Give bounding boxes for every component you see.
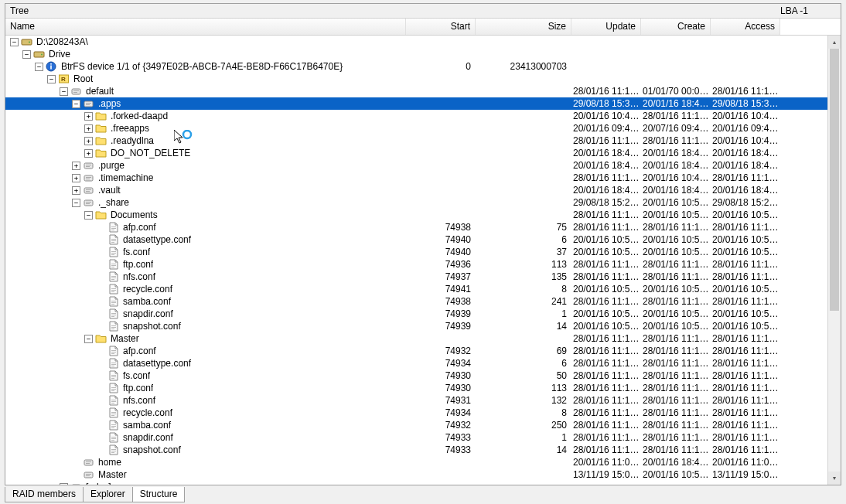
tree-row[interactable]: fs.conf749305028/01/16 11:12:...28/01/16…	[5, 369, 841, 382]
tree-row[interactable]: +[reloc]	[5, 481, 841, 485]
tree-row[interactable]: nfs.conf7493113228/01/16 11:12:...28/01/…	[5, 394, 841, 407]
tree-row-name-cell[interactable]: −D:\208243A\	[5, 36, 406, 48]
tree-row-name-cell[interactable]: +.freeapps	[5, 122, 406, 135]
collapse-icon[interactable]: −	[72, 100, 80, 108]
column-header-access[interactable]: Access	[711, 19, 780, 35]
tree-row-name-cell[interactable]: −Drive	[5, 48, 406, 60]
tree-row[interactable]: snapdir.conf74933128/01/16 11:11:...28/0…	[5, 431, 841, 444]
scroll-thumb[interactable]	[830, 49, 839, 311]
column-header-create[interactable]: Create	[641, 19, 711, 35]
expand-icon[interactable]: +	[84, 124, 93, 133]
tree-row[interactable]: datasettype.conf74940620/01/16 10:50:...…	[5, 233, 841, 246]
tree-row-name-cell[interactable]: snapshot.conf	[5, 444, 406, 456]
collapse-icon[interactable]: −	[35, 63, 43, 71]
expand-icon[interactable]: +	[60, 483, 68, 485]
tree-row[interactable]: −.apps29/08/18 15:30:...20/01/16 18:42:.…	[5, 97, 841, 110]
tree-row-name-cell[interactable]: ftp.conf	[5, 258, 406, 271]
tree-row-name-cell[interactable]: fs.conf	[5, 246, 406, 258]
tree-row[interactable]: −RRoot	[5, 73, 841, 85]
collapse-icon[interactable]: −	[84, 211, 93, 220]
collapse-icon[interactable]: −	[47, 75, 56, 83]
column-header-start[interactable]: Start	[406, 19, 476, 35]
tree-row[interactable]: +.purge20/01/16 18:42:...20/01/16 18:42:…	[5, 159, 841, 172]
tree-row-name-cell[interactable]: −BtrFS device 1/1 of {3497E02B-ABCB-7A4E…	[5, 60, 406, 73]
tree-row-name-cell[interactable]: datasettype.conf	[5, 357, 406, 369]
tree-row-name-cell[interactable]: ftp.conf	[5, 382, 406, 394]
tree-row-name-cell[interactable]: recycle.conf	[5, 407, 406, 419]
expand-icon[interactable]: +	[72, 174, 80, 182]
tree-row[interactable]: −Drive	[5, 48, 841, 60]
tree-row[interactable]: Master13/11/19 15:00:...20/01/16 10:50:.…	[5, 468, 841, 481]
expand-icon[interactable]: +	[72, 186, 80, 195]
tree-row-name-cell[interactable]: +DO_NOT_DELETE	[5, 147, 406, 159]
tree-row[interactable]: +DO_NOT_DELETE20/01/16 18:42:...20/01/16…	[5, 147, 841, 159]
tree-row-name-cell[interactable]: nfs.conf	[5, 394, 406, 407]
column-header-update[interactable]: Update	[571, 19, 641, 35]
tree-row-name-cell[interactable]: snapshot.conf	[5, 320, 406, 332]
tree-row[interactable]: −Documents28/01/16 11:10:...20/01/16 10:…	[5, 209, 841, 221]
tree-row[interactable]: afp.conf749387528/01/16 11:10:...28/01/1…	[5, 221, 841, 233]
scroll-up-button[interactable]: ▴	[828, 36, 841, 49]
tree-row-name-cell[interactable]: datasettype.conf	[5, 233, 406, 246]
tab-raid-members[interactable]: RAID members	[5, 487, 84, 502]
tree-row[interactable]: +.forked-daapd20/01/16 10:46:...28/01/16…	[5, 110, 841, 122]
tree-row[interactable]: datasettype.conf74934628/01/16 11:11:...…	[5, 357, 841, 369]
tree-row-name-cell[interactable]: nfs.conf	[5, 271, 406, 283]
tree-row-name-cell[interactable]: snapdir.conf	[5, 308, 406, 320]
scroll-track[interactable]	[828, 49, 841, 472]
tree-row[interactable]: afp.conf749326928/01/16 11:12:...28/01/1…	[5, 345, 841, 357]
tree-row-name-cell[interactable]: samba.conf	[5, 295, 406, 308]
tree-row[interactable]: −BtrFS device 1/1 of {3497E02B-ABCB-7A4E…	[5, 60, 841, 73]
collapse-icon[interactable]: −	[84, 335, 93, 343]
tree-row-name-cell[interactable]: recycle.conf	[5, 283, 406, 295]
expand-icon[interactable]: +	[84, 137, 93, 145]
tree-row[interactable]: −._share29/08/18 15:29:...20/01/16 10:50…	[5, 196, 841, 209]
tree-row[interactable]: fs.conf749403720/01/16 10:50:...20/01/16…	[5, 246, 841, 258]
tree-row[interactable]: +.timemachine28/01/16 11:12:...20/01/16 …	[5, 172, 841, 184]
tree-row[interactable]: snapshot.conf749331428/01/16 11:11:...28…	[5, 444, 841, 456]
tree-row-name-cell[interactable]: −.apps	[5, 97, 406, 110]
tree-row[interactable]: +.vault20/01/16 18:42:...20/01/16 18:42:…	[5, 184, 841, 196]
tree-row[interactable]: ftp.conf7493611328/01/16 11:10:...28/01/…	[5, 258, 841, 271]
tree-row-name-cell[interactable]: −default	[5, 85, 406, 97]
tree-row[interactable]: +.freeapps20/01/16 09:43:...20/07/16 09:…	[5, 122, 841, 135]
tree-row[interactable]: ftp.conf7493011328/01/16 11:12:...28/01/…	[5, 382, 841, 394]
tree-row-name-cell[interactable]: snapdir.conf	[5, 431, 406, 444]
tree-row-name-cell[interactable]: −._share	[5, 196, 406, 209]
tree-row[interactable]: −D:\208243A\	[5, 36, 841, 48]
collapse-icon[interactable]: −	[22, 50, 31, 59]
tree-row[interactable]: samba.conf7493225028/01/16 11:12:...28/0…	[5, 419, 841, 431]
tree-row-name-cell[interactable]: afp.conf	[5, 221, 406, 233]
expand-icon[interactable]: +	[72, 162, 80, 170]
tree-row-name-cell[interactable]: Master	[5, 468, 406, 481]
tree-row-name-cell[interactable]: fs.conf	[5, 369, 406, 382]
column-header-size[interactable]: Size	[476, 19, 571, 35]
tree-row-name-cell[interactable]: −RRoot	[5, 73, 406, 85]
tree-row[interactable]: −Master28/01/16 11:12:...28/01/16 11:12:…	[5, 332, 841, 345]
expand-icon[interactable]: +	[84, 149, 93, 158]
tree-row[interactable]: −default28/01/16 11:11:...01/01/70 00:00…	[5, 85, 841, 97]
tree-row-name-cell[interactable]: −Master	[5, 332, 406, 345]
tree-row[interactable]: recycle.conf74941820/01/16 10:50:...20/0…	[5, 283, 841, 295]
collapse-icon[interactable]: −	[60, 87, 68, 96]
tree-row-name-cell[interactable]: +.timemachine	[5, 172, 406, 184]
tree-row-name-cell[interactable]: samba.conf	[5, 419, 406, 431]
tree-row[interactable]: +.readydlna28/01/16 11:10:...28/01/16 11…	[5, 135, 841, 147]
tree-row[interactable]: nfs.conf7493713528/01/16 11:10:...28/01/…	[5, 271, 841, 283]
collapse-icon[interactable]: −	[10, 38, 19, 46]
tree-row-name-cell[interactable]: +.vault	[5, 184, 406, 196]
expand-icon[interactable]: +	[84, 112, 93, 121]
tab-structure[interactable]: Structure	[132, 487, 186, 502]
tree-row[interactable]: recycle.conf74934828/01/16 11:11:...28/0…	[5, 407, 841, 419]
tree-row-name-cell[interactable]: +.readydlna	[5, 135, 406, 147]
tree-row[interactable]: samba.conf7493824128/01/16 11:10:...28/0…	[5, 295, 841, 308]
tree-row-name-cell[interactable]: +[reloc]	[5, 481, 406, 485]
tree-row-name-cell[interactable]: afp.conf	[5, 345, 406, 357]
tree-row-name-cell[interactable]: home	[5, 456, 406, 468]
tree-row[interactable]: snapdir.conf74939120/01/16 10:50:...20/0…	[5, 308, 841, 320]
collapse-icon[interactable]: −	[72, 199, 80, 207]
tree-row-name-cell[interactable]: −Documents	[5, 209, 406, 221]
tab-explorer[interactable]: Explorer	[83, 487, 133, 502]
tree-row-name-cell[interactable]: +.purge	[5, 159, 406, 172]
column-header-name[interactable]: Name	[5, 19, 406, 35]
